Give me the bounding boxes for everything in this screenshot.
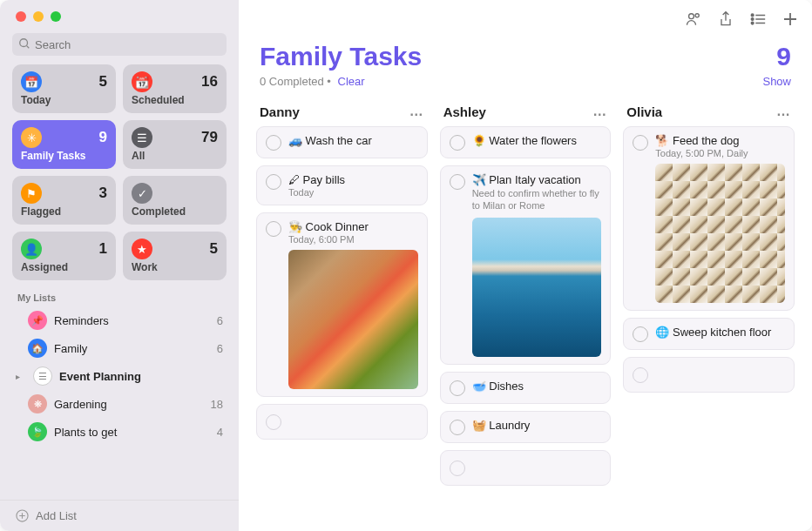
- window-controls: [0, 0, 239, 33]
- task-title: 👨‍🍳 Cook Dinner: [288, 220, 418, 233]
- scheduled-icon: 📆: [132, 71, 152, 92]
- task-complete-radio[interactable]: [633, 135, 648, 151]
- task-title: 🌐 Sweep kitchen floor: [655, 326, 785, 339]
- list-name: Gardening: [54, 398, 204, 411]
- list-count: 18: [211, 398, 223, 411]
- close-window-button[interactable]: [16, 11, 26, 22]
- task-item[interactable]: 🧺 Laundry: [440, 411, 612, 443]
- list-icon: 🍃: [28, 422, 47, 441]
- show-completed-link[interactable]: Show: [762, 75, 791, 88]
- today-count: 5: [99, 73, 107, 91]
- task-complete-radio[interactable]: [450, 135, 465, 151]
- lists-section: 📌 Reminders 6 🏠 Family 6▸ ☰ Event Planni…: [0, 306, 239, 500]
- smart-list-family[interactable]: ✳ 9 Family Tasks: [12, 120, 116, 169]
- family-icon: ✳: [21, 127, 42, 148]
- task-item[interactable]: ✈️ Plan Italy vacation Need to confirm w…: [440, 165, 612, 365]
- list-subheader: 0 Completed • Clear Show: [239, 75, 812, 100]
- svg-point-11: [751, 22, 754, 24]
- new-task-placeholder[interactable]: [440, 450, 612, 486]
- today-icon: 📅: [21, 71, 42, 92]
- task-title: 🧺 Laundry: [472, 419, 602, 432]
- task-complete-radio[interactable]: [633, 326, 648, 342]
- task-complete-radio[interactable]: [266, 135, 281, 151]
- share-icon[interactable]: [718, 10, 734, 28]
- list-item-event-planning[interactable]: ▸ ☰ Event Planning: [7, 362, 232, 390]
- column-more-icon[interactable]: …: [409, 104, 424, 119]
- column-olivia: Olivia … 🐕 Feed the dog Today, 5:00 PM, …: [623, 100, 795, 514]
- list-icon: 🏠: [28, 339, 47, 358]
- sidebar: 📅 5 Today 📆 16 Scheduled ✳ 9 Family Task…: [0, 0, 239, 531]
- new-task-placeholder[interactable]: [256, 404, 428, 440]
- assigned-label: Assigned: [21, 261, 107, 273]
- task-complete-radio[interactable]: [266, 221, 281, 237]
- main-content: Family Tasks 9 0 Completed • Clear Show …: [239, 0, 812, 531]
- list-count: 6: [217, 342, 223, 355]
- svg-point-0: [20, 39, 28, 47]
- svg-point-9: [751, 18, 754, 21]
- task-item[interactable]: 🌻 Water the flowers: [440, 126, 612, 158]
- smart-list-work[interactable]: ★ 5 Work: [123, 232, 227, 280]
- disclosure-icon[interactable]: ▸: [16, 372, 26, 381]
- task-complete-radio: [450, 460, 465, 476]
- view-options-icon[interactable]: [749, 11, 767, 27]
- task-title: 🌻 Water the flowers: [472, 134, 602, 147]
- smart-list-all[interactable]: ☰ 79 All: [123, 120, 227, 169]
- svg-line-1: [27, 46, 30, 49]
- work-icon: ★: [132, 239, 152, 259]
- smart-list-scheduled[interactable]: 📆 16 Scheduled: [123, 64, 227, 113]
- list-item-family[interactable]: 🏠 Family 6: [7, 334, 232, 362]
- task-complete-radio[interactable]: [450, 174, 465, 190]
- add-list-button[interactable]: Add List: [0, 500, 239, 531]
- task-complete-radio[interactable]: [450, 420, 465, 435]
- task-item[interactable]: 🥣 Dishes: [440, 372, 612, 404]
- task-complete-radio[interactable]: [266, 174, 281, 190]
- task-item[interactable]: 👨‍🍳 Cook Dinner Today, 6:00 PM: [256, 212, 428, 397]
- task-item[interactable]: 🐕 Feed the dog Today, 5:00 PM, Daily: [623, 126, 795, 311]
- list-header: Family Tasks 9: [239, 38, 812, 75]
- svg-point-6: [695, 14, 699, 17]
- task-attachment-image[interactable]: [288, 250, 418, 389]
- list-item-plants-to-get[interactable]: 🍃 Plants to get 4: [7, 418, 232, 446]
- column-more-icon[interactable]: …: [592, 104, 607, 119]
- list-name: Family: [54, 342, 210, 355]
- new-task-placeholder[interactable]: [623, 357, 795, 393]
- work-label: Work: [132, 261, 218, 273]
- list-item-reminders[interactable]: 📌 Reminders 6: [7, 306, 232, 334]
- svg-point-7: [751, 14, 754, 17]
- column-title: Ashley: [443, 104, 486, 119]
- search-input[interactable]: [12, 33, 227, 56]
- my-lists-header: My Lists: [0, 289, 239, 306]
- task-item[interactable]: 🌐 Sweep kitchen floor: [623, 318, 795, 350]
- flagged-count: 3: [99, 185, 107, 202]
- family-count: 9: [99, 129, 107, 146]
- smart-list-completed[interactable]: ✓ Completed: [123, 176, 227, 225]
- list-count: 4: [217, 426, 223, 439]
- today-label: Today: [21, 94, 107, 106]
- column-title: Olivia: [626, 104, 662, 119]
- task-attachment-image[interactable]: [472, 218, 602, 357]
- clear-completed-link[interactable]: Clear: [338, 75, 365, 88]
- svg-point-5: [689, 14, 694, 19]
- flagged-label: Flagged: [21, 205, 107, 218]
- list-count: 6: [217, 314, 223, 327]
- list-title: Family Tasks: [260, 42, 422, 71]
- assigned-icon: 👤: [21, 239, 42, 259]
- task-item[interactable]: 🖊 Pay bills Today: [256, 165, 428, 205]
- column-more-icon[interactable]: …: [776, 104, 791, 119]
- maximize-window-button[interactable]: [51, 11, 61, 22]
- task-complete-radio[interactable]: [450, 380, 465, 396]
- smart-list-assigned[interactable]: 👤 1 Assigned: [12, 232, 116, 280]
- collaborate-icon[interactable]: [685, 10, 702, 28]
- task-attachment-image[interactable]: [655, 164, 785, 303]
- smart-list-today[interactable]: 📅 5 Today: [12, 64, 116, 113]
- all-icon: ☰: [132, 127, 152, 148]
- all-count: 79: [201, 129, 218, 146]
- minimize-window-button[interactable]: [33, 11, 44, 22]
- flagged-icon: ⚑: [21, 183, 42, 204]
- smart-list-flagged[interactable]: ⚑ 3 Flagged: [12, 176, 116, 225]
- list-item-gardening[interactable]: ❋ Gardening 18: [7, 390, 232, 418]
- add-reminder-icon[interactable]: [782, 11, 798, 27]
- task-item[interactable]: 🚙 Wash the car: [256, 126, 428, 158]
- list-icon: ❋: [28, 394, 47, 413]
- list-name: Reminders: [54, 314, 210, 327]
